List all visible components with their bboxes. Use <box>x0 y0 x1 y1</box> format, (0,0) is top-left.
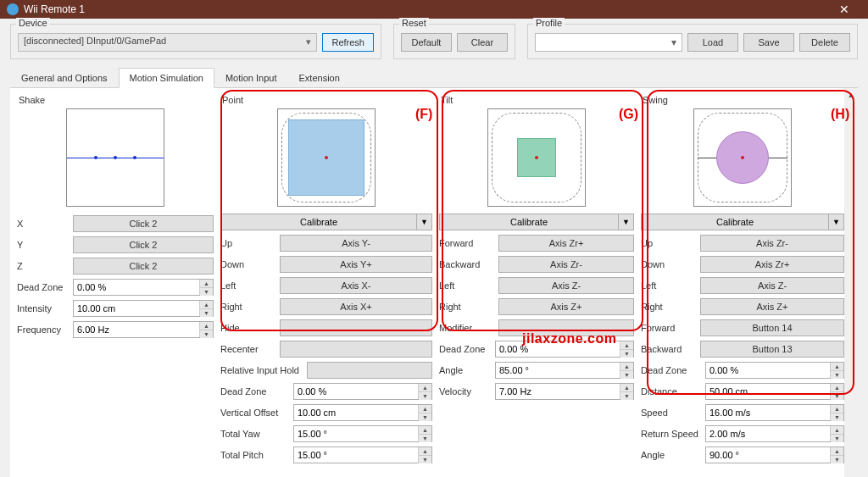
point-relhold-bind[interactable] <box>307 362 432 379</box>
point-calibrate-dd[interactable]: ▼ <box>417 214 432 230</box>
shake-freq-input[interactable]: ▲▼ <box>73 321 214 338</box>
point-viz <box>277 108 376 207</box>
swing-column: Swing Calibrate▼ UpAxis Zr- DownAxis Zr+… <box>637 92 848 476</box>
window-title: Wii Remote 1 <box>24 3 827 15</box>
device-group: Device [disconnected] DInput/0/GamePad R… <box>10 24 381 59</box>
scroll-up-icon[interactable]: ▲ <box>844 88 858 102</box>
point-left-bind[interactable]: Axis X- <box>280 277 432 294</box>
swing-speed-input[interactable]: ▲▼ <box>705 404 844 421</box>
clear-button[interactable]: Clear <box>457 33 508 52</box>
swing-angle-input[interactable]: ▲▼ <box>705 446 844 463</box>
point-pitch-input[interactable]: ▲▼ <box>293 446 432 463</box>
point-up-bind[interactable]: Axis Y- <box>280 235 432 252</box>
swing-dist-input[interactable]: ▲▼ <box>705 383 844 400</box>
close-icon[interactable]: ✕ <box>827 3 861 16</box>
swing-retspeed-input[interactable]: ▲▼ <box>705 425 844 442</box>
point-title: Point <box>220 95 432 105</box>
default-button[interactable]: Default <box>401 33 452 52</box>
point-dz-input[interactable]: ▲▼ <box>293 383 432 400</box>
profile-select[interactable] <box>535 33 682 52</box>
tilt-fwd-bind[interactable]: Axis Zr+ <box>498 235 634 252</box>
tilt-column: Tilt Calibrate▼ ForwardAxis Zr+ Backward… <box>436 92 637 476</box>
shake-x-bind[interactable]: Click 2 <box>73 215 214 232</box>
delete-button[interactable]: Delete <box>799 33 850 52</box>
shake-title: Shake <box>17 95 214 105</box>
shake-z-bind[interactable]: Click 2 <box>73 258 214 275</box>
load-button[interactable]: Load <box>687 33 738 52</box>
shake-z-label: Z <box>17 261 68 271</box>
shake-freq-label: Frequency <box>17 324 68 335</box>
swing-title: Swing <box>641 95 844 105</box>
shake-y-label: Y <box>17 240 68 250</box>
spin-down-icon[interactable]: ▼ <box>200 288 213 296</box>
point-recenter-bind[interactable] <box>280 341 432 358</box>
point-calibrate[interactable]: Calibrate <box>220 214 417 230</box>
swing-viz <box>693 108 792 207</box>
swing-calibrate[interactable]: Calibrate <box>641 214 829 230</box>
tilt-dz-input[interactable]: ▲▼ <box>495 341 634 358</box>
point-hide-bind[interactable] <box>280 319 432 336</box>
swing-dz-input[interactable]: ▲▼ <box>705 362 844 379</box>
content-panel: Shake XClick 2 YClick 2 ZClick 2 Dead Zo… <box>10 88 858 477</box>
point-voff-input[interactable]: ▲▼ <box>293 404 432 421</box>
tab-general[interactable]: General and Options <box>10 68 119 88</box>
point-column: Point Calibrate▼ UpAxis Y- DownAxis Y+ L… <box>217 92 436 476</box>
spin-up-icon[interactable]: ▲ <box>200 280 213 288</box>
point-down-bind[interactable]: Axis Y+ <box>280 256 432 273</box>
profile-group: Profile Load Save Delete <box>527 24 858 59</box>
shake-x-label: X <box>17 219 68 229</box>
shake-dz-input[interactable]: ▲▼ <box>73 279 214 296</box>
swing-calibrate-dd[interactable]: ▼ <box>829 214 844 230</box>
tilt-calibrate[interactable]: Calibrate <box>439 214 619 230</box>
top-panel: Device [disconnected] DInput/0/GamePad R… <box>0 19 868 59</box>
tilt-left-bind[interactable]: Axis Z- <box>498 277 634 294</box>
shake-dz-val[interactable] <box>74 280 199 295</box>
reset-group: Reset Default Clear <box>393 24 515 59</box>
shake-column: Shake XClick 2 YClick 2 ZClick 2 Dead Zo… <box>14 92 217 476</box>
swing-right-bind[interactable]: Axis Z+ <box>700 298 844 315</box>
tilt-calibrate-dd[interactable]: ▼ <box>619 214 634 230</box>
shake-viz <box>66 108 164 207</box>
tilt-title: Tilt <box>439 95 634 105</box>
reset-label: Reset <box>399 18 429 28</box>
device-label: Device <box>16 18 50 28</box>
tab-motion-input[interactable]: Motion Input <box>214 68 288 88</box>
shake-y-bind[interactable]: Click 2 <box>73 236 214 253</box>
tab-extension[interactable]: Extension <box>288 68 351 88</box>
point-yaw-input[interactable]: ▲▼ <box>293 425 432 442</box>
shake-int-input[interactable]: ▲▼ <box>73 300 214 317</box>
swing-bwd-bind[interactable]: Button 13 <box>700 341 844 358</box>
shake-int-label: Intensity <box>17 303 68 313</box>
shake-dz-label: Dead Zone <box>17 282 68 292</box>
swing-left-bind[interactable]: Axis Z- <box>700 277 844 294</box>
tab-motion-sim[interactable]: Motion Simulation <box>119 68 214 88</box>
profile-label: Profile <box>533 18 565 28</box>
title-bar: Wii Remote 1 ✕ <box>0 0 868 19</box>
device-select[interactable]: [disconnected] DInput/0/GamePad <box>18 33 317 52</box>
swing-fwd-bind[interactable]: Button 14 <box>700 319 844 336</box>
point-right-bind[interactable]: Axis X+ <box>280 298 432 315</box>
swing-down-bind[interactable]: Axis Zr+ <box>700 256 844 273</box>
tab-bar: General and Options Motion Simulation Mo… <box>10 68 858 88</box>
scrollbar[interactable]: ▲ <box>844 88 858 477</box>
tilt-right-bind[interactable]: Axis Z+ <box>498 298 634 315</box>
refresh-button[interactable]: Refresh <box>322 33 374 52</box>
app-icon <box>7 3 19 15</box>
swing-up-bind[interactable]: Axis Zr- <box>700 235 844 252</box>
tilt-viz <box>487 108 586 207</box>
tilt-vel-input[interactable]: ▲▼ <box>495 383 634 400</box>
tilt-bwd-bind[interactable]: Axis Zr- <box>498 256 634 273</box>
save-button[interactable]: Save <box>743 33 794 52</box>
tilt-angle-input[interactable]: ▲▼ <box>495 362 634 379</box>
tilt-mod-bind[interactable] <box>498 319 634 336</box>
